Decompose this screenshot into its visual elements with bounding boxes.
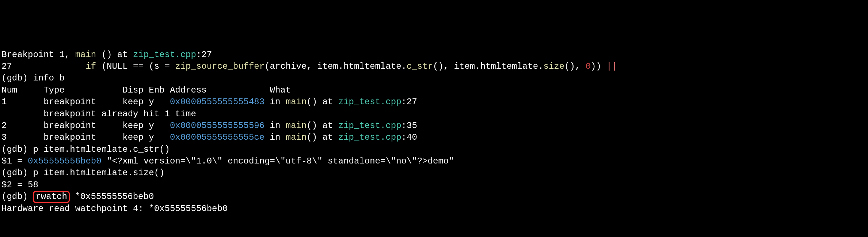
breakpoint-row: 1 breakpoint keep y 0x0000555555555483 i… (1, 96, 867, 108)
print-result: $1 = 0x55555556beb0 "<?xml version=\"1.0… (1, 155, 867, 167)
breakpoint-table-header: Num Type Disp Enb Address What (1, 84, 867, 96)
breakpoint-row: 3 breakpoint keep y 0x00005555555555ce i… (1, 132, 867, 143)
source-line: 27 if (NULL == (s = zip_source_buffer(ar… (1, 61, 867, 72)
watchpoint-set-info: Hardware read watchpoint 4: *0x55555556b… (1, 203, 867, 215)
gdb-command-print-size: (gdb) p item.htmltemlate.size() (1, 167, 867, 179)
gdb-command-info-b: (gdb) info b (1, 72, 867, 84)
print-result: $2 = 58 (1, 179, 867, 191)
breakpoint-row: 2 breakpoint keep y 0x0000555555555596 i… (1, 120, 867, 132)
gdb-command-rwatch: (gdb) rwatch *0x55555556beb0 (1, 191, 867, 203)
breakpoint-hit-line: Breakpoint 1, main () at zip_test.cpp:27 (1, 49, 867, 61)
breakpoint-hit-info: breakpoint already hit 1 time (1, 108, 867, 120)
terminal-output: Breakpoint 1, main () at zip_test.cpp:27… (1, 49, 867, 215)
gdb-command-print-cstr: (gdb) p item.htmltemlate.c_str() (1, 144, 867, 155)
rwatch-highlight: rwatch (33, 191, 69, 203)
